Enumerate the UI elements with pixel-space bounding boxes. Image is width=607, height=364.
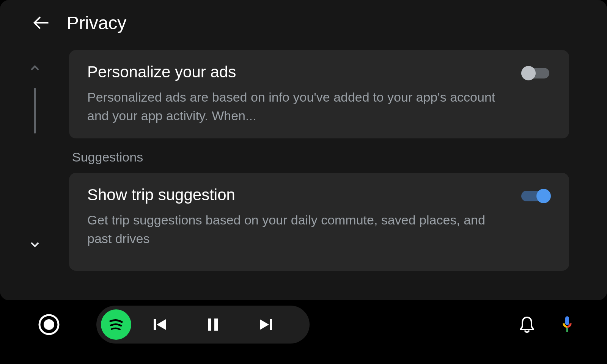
system-navbar [0,300,607,349]
notifications-button[interactable] [514,311,540,338]
media-app-button[interactable] [101,309,131,340]
header: Privacy [0,0,607,42]
scroll-indicator [24,42,46,297]
setting-show-trip-suggestion[interactable]: Show trip suggestion Get trip suggestion… [69,173,569,271]
next-track-button[interactable] [241,309,291,340]
back-button[interactable] [30,12,52,33]
svg-marker-7 [260,319,269,330]
spotify-icon [107,315,126,334]
setting-description: Get trip suggestions based on your daily… [87,211,506,248]
setting-personalize-ads[interactable]: Personalize your ads Personalized ads ar… [69,50,569,138]
home-button[interactable] [38,314,60,336]
media-controls [96,306,310,344]
skip-next-icon [258,316,274,333]
setting-title: Show trip suggestion [87,186,506,204]
svg-rect-3 [154,319,156,330]
settings-screen: Privacy Personalize your ads Personali [0,0,607,300]
section-header-suggestions: Suggestions [72,150,569,165]
setting-title: Personalize your ads [87,63,506,81]
pause-icon [204,316,221,333]
chevron-up-icon [29,62,41,74]
settings-list: Personalize your ads Personalized ads ar… [46,42,607,297]
page-title: Privacy [67,13,126,33]
svg-rect-9 [565,316,569,325]
bell-icon [517,315,536,334]
microphone-icon [558,315,577,334]
play-pause-button[interactable] [188,309,237,340]
voice-assistant-button[interactable] [554,311,580,338]
scroll-track [34,88,36,133]
toggle-personalize-ads[interactable] [521,65,551,81]
toggle-trip-suggestion[interactable] [521,188,551,204]
svg-rect-10 [566,328,568,332]
previous-track-button[interactable] [135,309,184,340]
chevron-down-icon [29,238,41,250]
arrow-left-icon [31,13,51,33]
svg-rect-8 [270,319,272,330]
svg-rect-5 [208,318,211,331]
svg-rect-6 [214,318,218,331]
svg-marker-4 [157,319,166,330]
scroll-down-button[interactable] [27,237,42,252]
setting-description: Personalized ads are based on info you'v… [87,88,506,126]
scroll-up-button[interactable] [27,61,42,76]
svg-point-2 [44,319,54,330]
home-icon [38,314,60,336]
skip-previous-icon [151,316,168,333]
